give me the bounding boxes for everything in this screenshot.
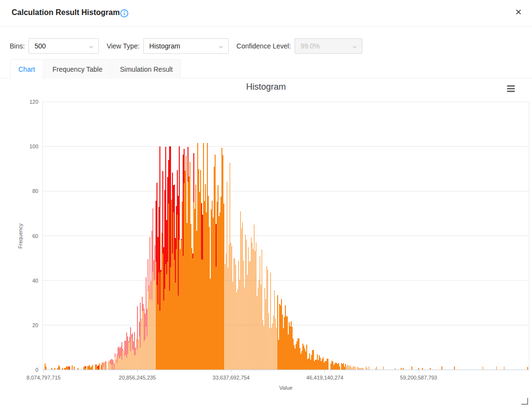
chevron-down-icon: [88, 44, 94, 51]
dialog-header: Calculation Result Histogram ✕: [0, 0, 532, 27]
resize-handle-icon[interactable]: [521, 398, 528, 405]
chart-menu-icon[interactable]: [507, 85, 515, 92]
svg-text:8,074,797,715: 8,074,797,715: [27, 375, 61, 380]
tab-frequency-table[interactable]: Frequency Table: [44, 59, 110, 79]
x-axis-title: Value: [279, 385, 292, 391]
y-axis-title: Frequency: [17, 223, 23, 249]
histogram-bars: [45, 143, 528, 370]
dialog-title: Calculation Result Histogram: [12, 8, 120, 17]
confidence-level-select-value: 99.0%: [300, 42, 320, 50]
confidence-level-select[interactable]: 99.0%: [295, 38, 362, 54]
view-type-select[interactable]: Histogram: [143, 38, 229, 54]
close-icon[interactable]: ✕: [513, 7, 524, 18]
chevron-down-icon: [218, 44, 224, 51]
svg-text:20,856,245,235: 20,856,245,235: [119, 375, 156, 380]
info-icon[interactable]: [120, 9, 128, 17]
tab-chart[interactable]: Chart: [10, 59, 43, 79]
chevron-down-icon: [352, 44, 358, 51]
bins-label: Bins:: [10, 42, 25, 50]
svg-text:59,200,587,793: 59,200,587,793: [400, 375, 437, 380]
confidence-level-label: Confidence Level:: [236, 42, 291, 50]
chart-title: Histogram: [0, 82, 532, 92]
controls-row: Bins: 500 View Type: Histogram Confidenc…: [10, 38, 362, 54]
svg-text:40: 40: [32, 278, 38, 284]
tab-bar: Chart Frequency Table Simulation Result: [0, 59, 532, 79]
bins-select-value: 500: [34, 42, 46, 50]
svg-text:100: 100: [30, 143, 38, 149]
chart-axes: [43, 370, 530, 373]
svg-text:46,419,140,274: 46,419,140,274: [306, 375, 343, 380]
histogram-chart: 0204060801001208,074,797,71520,856,245,2…: [0, 78, 532, 412]
view-type-label: View Type:: [107, 42, 140, 50]
svg-text:0: 0: [35, 367, 38, 373]
view-type-select-value: Histogram: [149, 42, 180, 50]
svg-text:60: 60: [32, 233, 38, 239]
svg-text:80: 80: [32, 188, 38, 194]
series-orange: [45, 143, 528, 370]
svg-text:33,637,692,754: 33,637,692,754: [213, 375, 250, 380]
bins-select[interactable]: 500: [29, 38, 99, 54]
tab-simulation-result[interactable]: Simulation Result: [111, 59, 181, 79]
svg-text:20: 20: [32, 322, 38, 328]
svg-text:120: 120: [30, 99, 38, 105]
